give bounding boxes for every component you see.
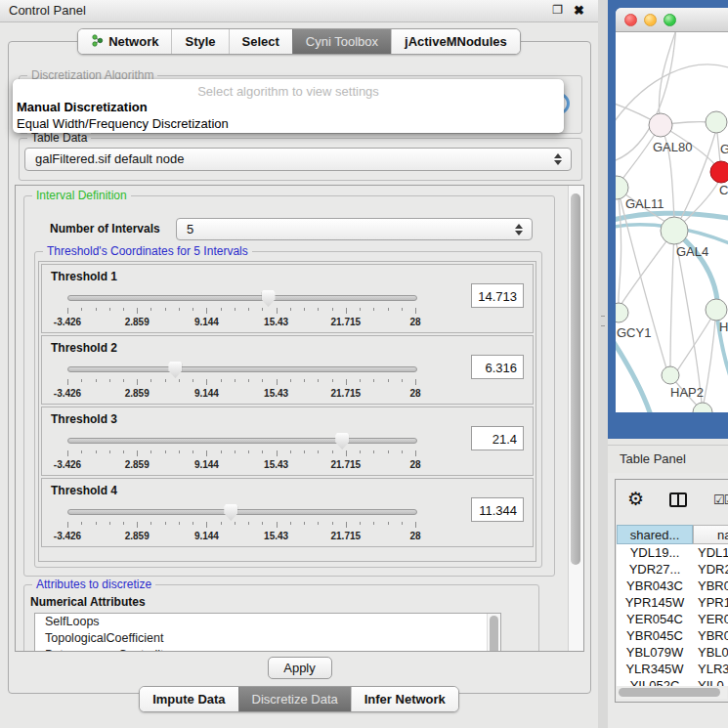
threshold-label: Threshold 3 — [51, 412, 117, 426]
tab-select[interactable]: Select — [229, 29, 292, 54]
tick-mark — [123, 308, 124, 311]
scale-label: 15.43 — [264, 459, 288, 470]
threshold-value-field[interactable]: 6.316 — [471, 355, 524, 379]
network-edge-highlighted[interactable] — [616, 333, 651, 412]
top-tab-bar: NetworkStyleSelectCyni ToolboxjActiveMNo… — [77, 28, 521, 55]
table-row[interactable]: YBR043CYBR0 — [617, 578, 728, 594]
tab-jactivemnodules[interactable]: jActiveMNodules — [391, 29, 520, 54]
panel-divider[interactable] — [598, 0, 608, 728]
network-edge[interactable] — [618, 189, 621, 304]
table-row[interactable]: YIL052CYIL0 — [617, 677, 728, 686]
network-edge[interactable] — [670, 231, 674, 368]
tab-impute-data[interactable]: Impute Data — [140, 687, 237, 711]
tick-mark — [248, 450, 249, 453]
table-row[interactable]: YBL079WYBL0 — [617, 644, 728, 661]
table-row[interactable]: YBR045CYBR0 — [617, 627, 728, 644]
network-node-gal80[interactable] — [649, 113, 672, 137]
tick-mark — [360, 308, 361, 311]
tab-network[interactable]: Network — [78, 29, 171, 54]
table-data-combobox[interactable]: galFiltered.sif default node — [24, 148, 572, 171]
vertical-scrollbar[interactable] — [568, 186, 583, 651]
list-scrollbar[interactable] — [487, 614, 500, 652]
cell-shared-name: YBL079W — [617, 644, 693, 661]
tick-mark — [332, 450, 333, 453]
threshold-slider[interactable]: -3.4262.8599.14415.4321.71528 — [67, 504, 419, 545]
network-node-label: HAP2 — [670, 385, 704, 400]
table-row[interactable]: YPR145WYPR1 — [617, 594, 728, 611]
slider-handle[interactable] — [168, 362, 182, 378]
tick-mark — [304, 522, 305, 525]
number-of-intervals-combobox[interactable]: 5 — [176, 218, 533, 240]
table-row[interactable]: YDR27...YDR2 — [617, 561, 728, 578]
threshold-slider[interactable]: -3.4262.8599.14415.4321.71528 — [67, 433, 419, 474]
cell-name: YLR3 — [693, 661, 728, 677]
algorithm-option-equal-width-frequency-discretization[interactable]: Equal Width/Frequency Discretization — [13, 115, 564, 132]
network-node-c[interactable] — [710, 161, 728, 183]
tick-mark — [123, 522, 124, 525]
cell-shared-name: YER054C — [617, 611, 693, 627]
tab-style[interactable]: Style — [171, 29, 228, 54]
network-node-hap2[interactable] — [662, 366, 679, 384]
network-node-ga[interactable] — [706, 111, 727, 133]
network-node-h[interactable] — [706, 299, 727, 321]
float-window-icon[interactable]: ❐ — [552, 3, 563, 17]
network-node-gcy1[interactable] — [616, 303, 628, 322]
tick-mark — [150, 450, 151, 453]
close-icon[interactable]: ✖ — [574, 3, 584, 18]
attribute-item-betweennesscentrality[interactable]: BetweennessCentrality — [35, 647, 500, 652]
apply-button[interactable]: Apply — [268, 657, 332, 679]
network-icon — [91, 34, 104, 50]
threshold-slider[interactable]: -3.4262.8599.14415.4321.71528 — [67, 362, 419, 403]
numerical-attributes-list[interactable]: SelfLoopsTopologicalCoefficientBetweenne… — [34, 613, 501, 652]
tab-discretize-data[interactable]: Discretize Data — [238, 687, 351, 711]
tick-mark — [290, 522, 291, 525]
tick-mark — [304, 308, 305, 311]
number-of-intervals-value: 5 — [187, 222, 193, 236]
threshold-value-field[interactable]: 21.4 — [471, 426, 524, 450]
tick-mark — [235, 379, 236, 382]
table-panel: Table Panel ⚙ ☑☑ shared... na YDL19...YD… — [608, 439, 728, 728]
scale-label: 15.43 — [264, 388, 288, 399]
algorithm-dropdown-hint: Select algorithm to view settings — [13, 79, 564, 99]
gear-icon[interactable]: ⚙ — [627, 490, 644, 509]
close-traffic-light-icon[interactable] — [624, 14, 637, 26]
table-row[interactable]: YLR345WYLR3 — [617, 661, 728, 677]
cell-shared-name: YBR043C — [617, 578, 693, 594]
slider-handle[interactable] — [262, 290, 276, 307]
threshold-slider[interactable]: -3.4262.8599.14415.4321.71528 — [67, 290, 419, 331]
horizontal-scrollbar[interactable] — [617, 686, 727, 699]
slider-handle[interactable] — [335, 433, 349, 450]
column-browser-icon[interactable] — [669, 492, 687, 507]
tab-cyni-toolbox[interactable]: Cyni Toolbox — [292, 29, 391, 54]
divider-grip[interactable] — [601, 316, 605, 326]
scrollbar-thumb[interactable] — [571, 193, 580, 565]
tick-mark — [318, 379, 319, 382]
settings-scrollpane: Interval Definition Number of Intervals … — [15, 185, 584, 652]
network-node-label: GAL80 — [653, 140, 692, 154]
attribute-item-topologicalcoefficient[interactable]: TopologicalCoefficient — [35, 630, 500, 647]
table-row[interactable]: YDL19...YDL1 — [617, 544, 728, 561]
threshold-value-field[interactable]: 14.713 — [471, 283, 524, 308]
network-edge[interactable] — [704, 310, 716, 404]
minimize-traffic-light-icon[interactable] — [644, 14, 657, 26]
table-row[interactable]: YER054CYER0 — [617, 611, 728, 627]
table-header-shared[interactable]: shared... — [617, 525, 693, 544]
tick-mark — [415, 522, 416, 528]
tick-mark — [165, 450, 166, 453]
tab-infer-network[interactable]: Infer Network — [351, 687, 458, 711]
threshold-value-field[interactable]: 11.344 — [471, 497, 524, 522]
network-canvas[interactable]: GAL80GACGAL11GAL4GCY1HHAP2 — [616, 32, 728, 412]
zoom-traffic-light-icon[interactable] — [664, 14, 676, 26]
scale-label: 15.43 — [264, 317, 288, 327]
algorithm-option-manual-discretization[interactable]: Manual Discretization — [13, 99, 564, 115]
hscrollbar-thumb[interactable] — [619, 688, 720, 697]
slider-handle[interactable] — [224, 504, 237, 521]
network-node-gal4[interactable] — [661, 217, 688, 244]
checkbox-icons[interactable]: ☑☑ — [713, 492, 728, 507]
attribute-item-selfloops[interactable]: SelfLoops — [35, 614, 500, 630]
tick-mark — [346, 522, 347, 528]
network-graph: GAL80GACGAL11GAL4GCY1HHAP2 — [616, 32, 728, 412]
scale-label: 21.715 — [331, 317, 362, 327]
table-header-name[interactable]: na — [693, 525, 728, 544]
tab-label: jActiveMNodules — [405, 34, 507, 49]
